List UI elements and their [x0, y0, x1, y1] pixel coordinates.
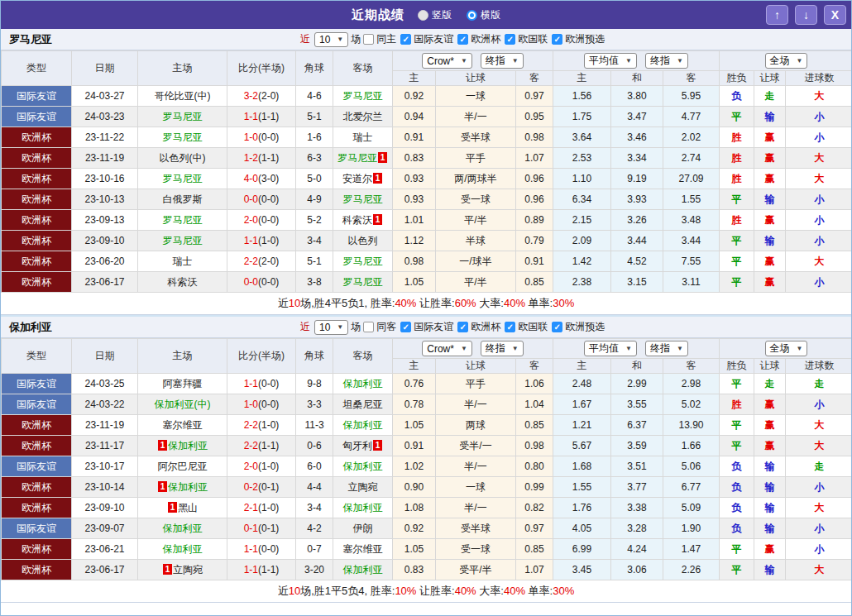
- corner-score: 4-6: [296, 86, 333, 107]
- radio-horizontal-mode[interactable]: 横版: [467, 8, 500, 22]
- avg-home-odds: 6.34: [553, 189, 611, 210]
- league-nationsleague-checkbox[interactable]: ✓: [505, 322, 515, 332]
- league-euroqual-label[interactable]: 欧洲预选: [565, 320, 605, 334]
- league-friendly-label[interactable]: 国际友谊: [414, 32, 453, 46]
- result-wdl-label: 平: [732, 419, 742, 431]
- away-odds: 0.91: [516, 251, 553, 272]
- avg-home-odds: 4.05: [553, 518, 611, 539]
- avg-provider-select[interactable]: 平均值▼: [584, 341, 637, 356]
- result-handicap-label: 输: [765, 523, 775, 534]
- halftime-score: (1-0): [258, 461, 279, 472]
- result-goals: 小: [786, 231, 852, 251]
- match-score: 2-1(1-0): [227, 498, 296, 518]
- avg-final-select[interactable]: 终指▼: [645, 53, 688, 69]
- same-venue-checkbox[interactable]: [363, 34, 374, 45]
- halftime-score: (0-0): [258, 276, 279, 288]
- match-date: 24-03-22: [72, 394, 138, 415]
- league-nationsleague-label[interactable]: 欧国联: [518, 320, 548, 334]
- league-euroqual-label[interactable]: 欧洲预选: [565, 32, 605, 46]
- scroll-up-button[interactable]: ↑: [766, 5, 788, 25]
- result-wdl: 负: [720, 498, 754, 518]
- radio-vertical-label[interactable]: 竖版: [432, 8, 452, 22]
- section-bar: 罗马尼亚 近 10 ▼ 场 同主 ✓ 国际友谊 ✓ 欧洲杯 ✓ 欧国联 ✓ 欧洲…: [1, 29, 851, 50]
- league-eurocup-label[interactable]: 欧洲杯: [471, 32, 500, 46]
- away-odds: 0.96: [516, 169, 553, 189]
- match-date: 23-09-07: [72, 518, 138, 539]
- league-friendly-checkbox[interactable]: ✓: [400, 322, 411, 332]
- radio-unselected-icon[interactable]: [418, 10, 428, 21]
- match-count-select[interactable]: 10 ▼: [314, 32, 348, 47]
- league-euroqual-checkbox[interactable]: ✓: [552, 322, 562, 332]
- odds-final-select[interactable]: 终指▼: [481, 341, 524, 356]
- result-wdl: 平: [720, 374, 754, 394]
- team-name: 保加利亚: [9, 317, 52, 337]
- radio-vertical-mode[interactable]: 竖版: [418, 8, 452, 22]
- odds-provider-select[interactable]: Crow*▼: [422, 53, 472, 69]
- home-team: 哥伦比亚(中): [138, 86, 227, 107]
- halftime-score: (0-1): [258, 523, 279, 534]
- result-goals-label: 走: [815, 378, 825, 389]
- radio-selected-icon[interactable]: [467, 10, 477, 21]
- team-label: 罗马尼亚: [163, 235, 203, 246]
- result-handicap-label: 赢: [765, 214, 775, 226]
- summary-segment: 大率:: [476, 585, 504, 597]
- home-team: 瑞士: [138, 251, 227, 272]
- red-card-badge: 1: [373, 214, 382, 225]
- team-label: 瑞士: [173, 255, 193, 267]
- result-goals: 小: [786, 272, 852, 293]
- away-odds: 1.06: [516, 374, 553, 394]
- fulltime-score: 1-1: [244, 378, 258, 389]
- avg-provider-select[interactable]: 平均值▼: [584, 53, 637, 69]
- away-team: 北爱尔兰: [333, 107, 393, 127]
- summary-segment: 40%: [504, 585, 525, 597]
- match-score: 1-1(1-1): [227, 560, 296, 580]
- col-header-corner: 角球: [296, 339, 333, 374]
- avg-away-odds: 5.02: [663, 394, 720, 415]
- match-row: 国际友谊24-03-27哥伦比亚(中)3-2(2-0)4-6罗马尼亚0.92一球…: [2, 86, 852, 107]
- result-wdl-label: 负: [732, 461, 742, 472]
- result-wdl-label: 负: [732, 90, 742, 102]
- league-eurocup-label[interactable]: 欧洲杯: [471, 320, 500, 334]
- result-handicap: 走: [754, 86, 786, 107]
- handicap-odds: 平/半: [436, 272, 516, 293]
- home-team: 1保加利亚: [138, 477, 227, 498]
- away-odds: 0.98: [516, 127, 553, 148]
- league-eurocup-checkbox[interactable]: ✓: [457, 34, 468, 45]
- col-header-odds-away: 客: [516, 71, 553, 86]
- match-score: 0-2(0-1): [227, 477, 296, 498]
- fulltime-score: 1-1: [244, 564, 258, 575]
- avg-final-select[interactable]: 终指▼: [645, 341, 688, 356]
- team-label: 以色列: [348, 235, 378, 246]
- section-romania: 罗马尼亚 近 10 ▼ 场 同主 ✓ 国际友谊 ✓ 欧洲杯 ✓ 欧国联 ✓ 欧洲…: [1, 29, 851, 315]
- scope-select[interactable]: 全场▼: [765, 53, 808, 69]
- league-nationsleague-label[interactable]: 欧国联: [518, 32, 548, 46]
- red-card-badge: 1: [168, 502, 177, 513]
- same-venue-checkbox[interactable]: [363, 322, 374, 332]
- same-venue-label[interactable]: 同主: [376, 32, 396, 46]
- league-nationsleague-checkbox[interactable]: ✓: [505, 34, 515, 45]
- odds-final-select[interactable]: 终指▼: [481, 53, 524, 69]
- match-row: 欧洲杯23-10-13白俄罗斯0-0(0-0)4-9罗马尼亚0.93受一球0.9…: [2, 189, 852, 210]
- league-friendly-label[interactable]: 国际友谊: [414, 320, 453, 334]
- scroll-down-button[interactable]: ↓: [795, 5, 817, 25]
- scope-select[interactable]: 全场▼: [765, 341, 808, 356]
- league-euroqual-checkbox[interactable]: ✓: [552, 34, 562, 45]
- result-handicap-label: 输: [765, 564, 775, 575]
- red-card-badge: 1: [163, 564, 172, 575]
- league-friendly-checkbox[interactable]: ✓: [400, 34, 411, 45]
- handicap-odds: 半/一: [436, 456, 516, 477]
- league-eurocup-checkbox[interactable]: ✓: [457, 322, 468, 332]
- home-team: 白俄罗斯: [138, 189, 227, 210]
- result-handicap-label: 输: [765, 481, 775, 493]
- away-odds: 0.85: [516, 539, 553, 560]
- match-row: 欧洲杯23-11-22罗马尼亚1-0(0-0)1-6瑞士0.91受半球0.983…: [2, 127, 852, 148]
- chevron-down-icon: ▼: [625, 57, 632, 64]
- radio-horizontal-label[interactable]: 横版: [481, 8, 500, 22]
- league-type-badge: 欧洲杯: [2, 477, 72, 498]
- handicap-odds: 两/两球半: [436, 169, 516, 189]
- same-venue-label[interactable]: 同客: [376, 320, 396, 334]
- close-button[interactable]: X: [824, 5, 846, 25]
- match-score: 1-0(0-0): [227, 127, 296, 148]
- match-count-select[interactable]: 10 ▼: [314, 320, 348, 335]
- odds-provider-select[interactable]: Crow*▼: [422, 341, 472, 356]
